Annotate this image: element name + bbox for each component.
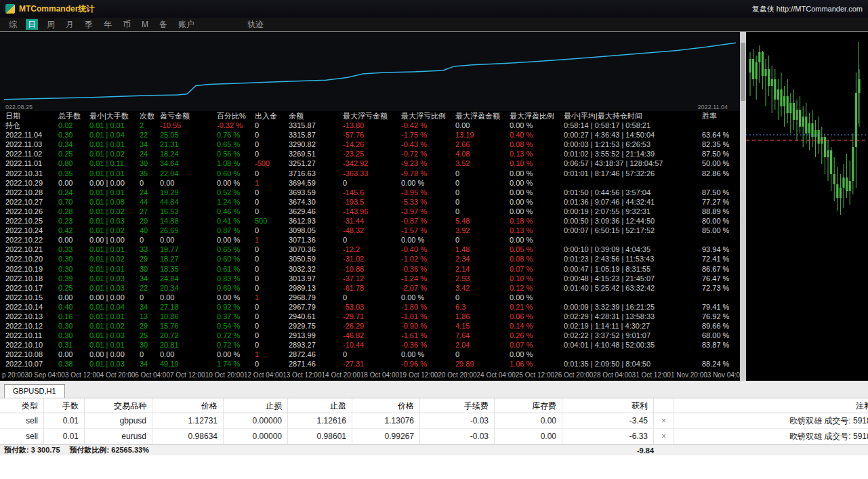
menu-item-周[interactable]: 周 <box>45 19 57 30</box>
close-order-button[interactable]: × <box>654 429 674 444</box>
menu-item-日[interactable]: 日 <box>26 19 38 30</box>
tab-gbpusd-h1[interactable]: GBPUSD,H1 <box>4 384 65 398</box>
stats-cell: 0 <box>140 178 160 188</box>
stats-row[interactable]: 2022.10.240.420.01 | 0.024026.690.87 %03… <box>0 226 740 235</box>
stats-cell: 2022.10.24 <box>0 226 58 235</box>
time-axis-label: 30 Sep 04:00 <box>24 369 65 381</box>
stats-cell: 0.70 <box>58 197 89 207</box>
menu-item-备[interactable]: 备 <box>157 19 169 30</box>
stats-row[interactable]: 2022.11.030.340.01 | 0.013421.310.65 %03… <box>0 140 740 149</box>
stats-cell: 3032.32 <box>289 264 343 274</box>
stats-cell: -0.36 % <box>401 264 455 274</box>
stats-cell: 0.54 % <box>217 321 255 331</box>
stats-cell: 0:01:01 | 8:17:46 | 57:32:26 <box>564 169 702 178</box>
stats-row[interactable]: 2022.11.040.300.01 | 0.042225.050.76 %03… <box>0 130 740 140</box>
stats-row[interactable]: 2022.10.260.280.01 | 0.022716.530.46 %03… <box>0 207 740 216</box>
stats-row[interactable]: 2022.10.200.300.01 | 0.022918.270.60 %03… <box>0 254 740 264</box>
menu-item-轨迹[interactable]: 轨迹 <box>245 19 266 30</box>
time-axis-label: 10 Oct 20:00 <box>205 369 244 381</box>
stats-cell: 87.50 % <box>702 188 740 197</box>
stats-row[interactable]: 2022.10.180.390.01 | 0.033424.840.83 %03… <box>0 274 740 283</box>
stats-cell: 3269.51 <box>289 149 343 159</box>
stats-cell: 0.39 <box>58 274 89 283</box>
stats-cell: -9.78 % <box>401 169 455 178</box>
stats-row[interactable]: 2022.10.130.160.01 | 0.011310.860.37 %02… <box>0 312 740 321</box>
stats-cell: 0 <box>343 293 401 302</box>
stats-row[interactable]: 持仓0.020.01 | 0.012-10.55-0.32 %03315.87-… <box>0 121 740 130</box>
stats-row[interactable]: 2022.11.010.800.01 | 0.113034.641.08 %-5… <box>0 159 740 168</box>
stats-cell: -0.42 % <box>401 121 455 130</box>
stats-cell: -27.31 <box>343 359 401 369</box>
order-row[interactable]: sell0.01eurusd0.986340.000000.986010.992… <box>0 429 868 444</box>
stats-cell: 0.34 <box>58 140 89 149</box>
stats-row[interactable]: 2022.10.170.250.01 | 0.032220.340.69 %02… <box>0 283 740 293</box>
menu-item-账户[interactable]: 账户 <box>176 19 197 30</box>
stats-cell: 0.07 % <box>510 264 564 274</box>
main-area: 022.08.25 2022.11.04 日期总手数最小|大手数次数盈亏金额百分… <box>0 31 868 381</box>
stats-row[interactable]: 2022.11.020.250.01 | 0.022418.240.56 %03… <box>0 149 740 159</box>
stats-cell <box>702 293 740 302</box>
stats-row[interactable]: 2022.10.270.700.01 | 0.084444.841.24 %03… <box>0 197 740 207</box>
stats-cell: 2022.10.31 <box>0 169 58 178</box>
stats-cell: 2872.46 <box>289 350 343 359</box>
order-cell: 0.98601 <box>288 429 352 444</box>
stats-cell: -0.96 % <box>401 359 455 369</box>
stats-cell: 3716.63 <box>289 169 343 178</box>
stats-cell: 33 <box>140 245 160 254</box>
stats-row[interactable]: 2022.10.150.000.00 | 0.0000.000.00 %1296… <box>0 293 740 302</box>
stats-cell: 77.27 % <box>702 197 740 207</box>
stats-cell: 0.37 % <box>217 312 255 321</box>
stats-cell: 0.46 % <box>217 207 255 216</box>
stats-cell: 68.00 % <box>702 331 740 340</box>
stats-row[interactable]: 2022.10.310.350.01 | 0.013522.040.60 %03… <box>0 169 740 178</box>
stats-cell: 0 <box>255 283 289 293</box>
menu-item-季[interactable]: 季 <box>83 19 95 30</box>
stats-cell: 2022.11.04 <box>0 130 58 140</box>
stats-row[interactable]: 2022.10.210.330.01 | 0.013319.770.65 %03… <box>0 245 740 254</box>
menu-item-年[interactable]: 年 <box>102 19 114 30</box>
stats-cell: 2022.10.18 <box>0 274 58 283</box>
stats-cell: 0.00 <box>58 178 89 188</box>
time-axis-label: 13 Oct 12:00 <box>283 369 321 381</box>
stats-cell: -1.02 % <box>401 254 455 264</box>
stats-row[interactable]: 2022.10.070.380.01 | 0.033449.191.74 %02… <box>0 359 740 369</box>
stats-row[interactable]: 2022.10.140.400.01 | 0.043427.180.92 %02… <box>0 302 740 312</box>
title-link[interactable]: 复盘侠 http://MTCommander.com <box>752 4 863 14</box>
order-cell: 欧镑双雄 成交号: 59182 <box>674 429 868 444</box>
candle-svg <box>746 32 868 381</box>
menu-item-综[interactable]: 综 <box>7 19 19 30</box>
stats-row[interactable]: 2022.10.190.300.01 | 0.013018.350.61 %03… <box>0 264 740 274</box>
orders-header-cell: 手数 <box>44 398 85 413</box>
order-row[interactable]: sell0.01gbpusd1.127310.000001.126161.130… <box>0 413 868 429</box>
stats-cell: 0:06:57 | 43:18:37 | 128:04:57 <box>564 159 702 168</box>
time-axis-label: 7 Oct 12:00 <box>170 369 205 381</box>
stats-row[interactable]: 2022.10.100.310.01 | 0.013020.810.72 %02… <box>0 340 740 350</box>
stats-cell: 0 <box>255 302 289 312</box>
orders-header-cell: 价格 <box>352 398 420 413</box>
menu-item-M[interactable]: M <box>140 19 150 30</box>
stats-row[interactable]: 2022.10.220.000.00 | 0.0000.000.00 %1307… <box>0 235 740 245</box>
menu-item-币[interactable]: 币 <box>121 19 133 30</box>
stats-row[interactable]: 2022.10.120.300.01 | 0.022915.760.54 %02… <box>0 321 740 331</box>
stats-scrollbar[interactable] <box>740 32 746 381</box>
candlestick-chart[interactable] <box>746 32 868 381</box>
scrollbar-thumb[interactable] <box>741 43 745 101</box>
stats-row[interactable]: 2022.10.280.240.01 | 0.012419.290.52 %03… <box>0 188 740 197</box>
stats-cell: 500 <box>255 216 289 226</box>
time-axis-label: 3 Oct 12:00 <box>65 369 100 381</box>
stats-row[interactable]: 2022.10.110.300.01 | 0.032520.720.72 %02… <box>0 331 740 340</box>
menu-item-月[interactable]: 月 <box>64 19 76 30</box>
stats-cell: 0.10 % <box>510 159 564 168</box>
stats-row[interactable]: 2022.10.290.000.00 | 0.0000.000.00 %1369… <box>0 178 740 188</box>
stats-cell <box>702 350 740 359</box>
stats-row[interactable]: 2022.10.250.230.01 | 0.032014.880.41 %50… <box>0 216 740 226</box>
close-order-button[interactable]: × <box>654 413 674 428</box>
stats-cell: -342.92 <box>343 159 401 168</box>
stats-cell: 83.87 % <box>702 340 740 350</box>
stats-cell: 2967.79 <box>289 302 343 312</box>
stats-cell: 15.76 <box>160 321 217 331</box>
stats-cell: 0 <box>455 197 510 207</box>
stats-row[interactable]: 2022.10.080.000.00 | 0.0000.000.00 %1287… <box>0 350 740 359</box>
stats-cell: -10.55 <box>160 121 217 130</box>
stats-cell: 88.24 % <box>702 359 740 369</box>
